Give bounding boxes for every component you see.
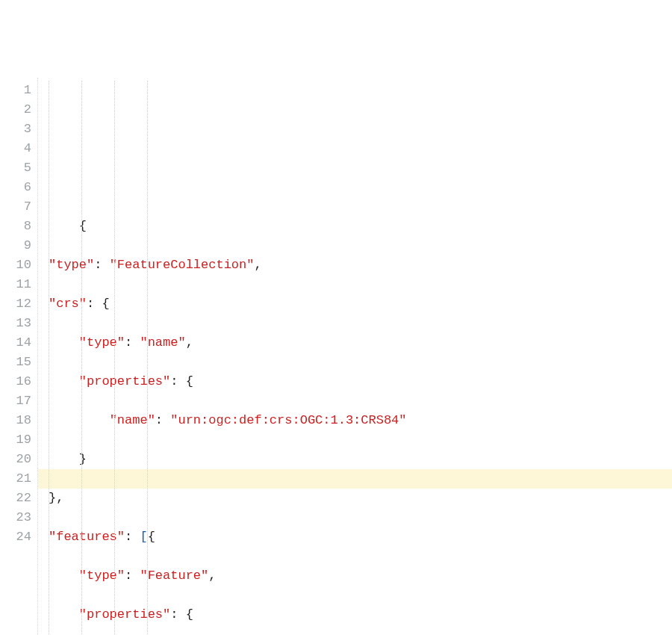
line-number: 8	[0, 217, 31, 236]
line-number: 20	[0, 450, 31, 469]
code-content[interactable]: { "type": "FeatureCollection", "crs": { …	[38, 78, 672, 635]
line-number: 2	[0, 100, 31, 120]
line-number: 18	[0, 411, 31, 430]
json-key: "properties"	[79, 607, 170, 622]
line-number-gutter: 123456789101112131415161718192021222324	[0, 78, 38, 635]
current-line-highlight	[38, 469, 672, 489]
json-key: "type"	[79, 569, 125, 583]
json-key: "type"	[79, 335, 125, 350]
line-number: 23	[0, 508, 31, 527]
json-key: "name"	[110, 413, 155, 427]
json-key: "type"	[49, 258, 94, 272]
json-key: "properties"	[79, 374, 170, 388]
line-number: 21	[0, 469, 31, 489]
line-number: 1	[0, 81, 31, 100]
line-number: 19	[0, 430, 31, 450]
line-number: 10	[0, 255, 31, 275]
json-string: "Feature"	[140, 569, 208, 583]
line-number: 12	[0, 294, 31, 314]
json-string: "FeatureCollection"	[110, 258, 255, 272]
line-number: 24	[0, 527, 31, 547]
json-string: "urn:ogc:def:crs:OGC:1.3:CRS84"	[170, 413, 406, 427]
brace-close: }	[49, 491, 56, 505]
line-number: 17	[0, 391, 31, 411]
line-number: 15	[0, 353, 31, 372]
line-number: 13	[0, 314, 31, 333]
line-number: 6	[0, 178, 31, 197]
code-editor[interactable]: 123456789101112131415161718192021222324 …	[0, 78, 672, 635]
line-number: 22	[0, 489, 31, 508]
line-number: 11	[0, 275, 31, 294]
line-number: 4	[0, 139, 31, 158]
line-number: 9	[0, 236, 31, 255]
line-number: 5	[0, 158, 31, 178]
line-number: 16	[0, 372, 31, 391]
brace-open: {	[79, 219, 87, 233]
brace-close: }	[79, 452, 87, 466]
json-key: "features"	[49, 530, 125, 544]
line-number: 7	[0, 197, 31, 217]
line-number: 14	[0, 333, 31, 353]
line-number: 3	[0, 120, 31, 139]
